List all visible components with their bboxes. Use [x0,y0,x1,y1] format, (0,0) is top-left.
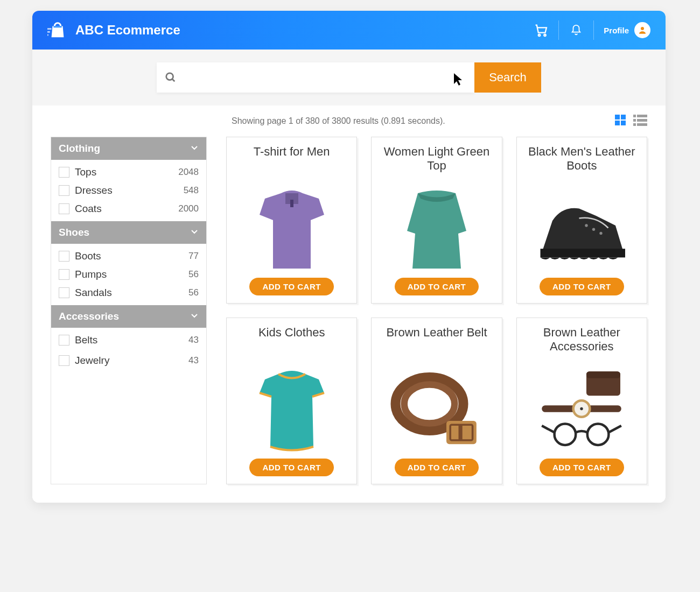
chevron-down-icon [190,311,199,322]
facet-count: 77 [188,251,199,262]
facet-count: 56 [188,269,199,280]
checkbox-icon[interactable] [59,269,69,280]
cart-icon[interactable] [534,23,549,38]
facet-label: Coats [75,203,178,215]
checkbox-icon[interactable] [59,185,69,196]
facet-title: Shoes [59,227,89,238]
svg-point-34 [555,424,576,445]
svg-rect-2 [47,34,48,36]
search-icon [157,72,185,83]
product-image [234,359,349,459]
product-title: Kids Clothes [258,326,325,359]
facet-item[interactable]: Boots77 [51,247,206,265]
svg-point-24 [404,385,455,424]
svg-point-33 [580,407,583,410]
svg-rect-14 [633,119,636,122]
facet-item[interactable]: Sandals56 [51,284,206,302]
add-to-cart-button[interactable]: ADD TO CART [395,278,479,295]
facet-item[interactable]: Tops2048 [51,163,206,181]
svg-rect-9 [621,115,626,119]
chevron-down-icon [190,143,199,154]
svg-point-35 [587,424,609,445]
view-toggle [614,114,647,129]
svg-rect-0 [47,28,52,30]
svg-point-4 [538,34,541,37]
results-bar: Showing page 1 of 380 of 3800 results (0… [51,105,647,137]
add-to-cart-button[interactable]: ADD TO CART [540,278,624,295]
svg-rect-11 [621,121,626,125]
svg-rect-30 [542,405,576,412]
facet-label: Boots [75,250,188,262]
svg-rect-29 [586,371,620,378]
facet-item[interactable]: Pumps56 [51,265,206,284]
facet-item[interactable]: Coats2000 [51,200,206,218]
svg-point-22 [600,232,603,235]
facet-count: 43 [188,335,199,346]
facet-header-accessories[interactable]: Accessories [51,305,206,328]
chevron-down-icon [190,227,199,238]
svg-rect-3 [53,26,61,27]
product-title: Women Light Green Top [379,145,494,178]
search-box [157,62,474,93]
header-separator [558,20,559,40]
profile-label: Profile [604,26,629,35]
brand-logo[interactable]: ABC Ecommerce [47,20,180,40]
svg-point-6 [641,27,644,30]
svg-rect-31 [587,405,621,412]
svg-rect-15 [637,119,647,122]
svg-rect-12 [633,115,636,117]
svg-rect-18 [290,200,293,207]
facet-item[interactable]: Belts43 [51,331,206,349]
product-card[interactable]: Brown Leather Accessories ADD TO CART [516,318,647,484]
svg-point-5 [544,34,547,37]
facet-count: 43 [188,355,199,366]
checkbox-icon[interactable] [59,251,69,262]
svg-rect-8 [615,115,620,119]
search-button[interactable]: Search [474,62,541,93]
list-view-icon[interactable] [633,114,647,129]
product-image [234,178,349,278]
content-area: Showing page 1 of 380 of 3800 results (0… [32,105,666,503]
grid-view-icon[interactable] [614,114,627,129]
svg-point-7 [166,73,173,80]
checkbox-icon[interactable] [59,203,69,214]
facet-count: 56 [188,287,199,298]
app-window: ABC Ecommerce Profile [32,11,666,503]
profile-menu[interactable]: Profile [604,22,650,38]
svg-rect-13 [637,115,647,117]
svg-rect-17 [637,123,647,126]
facet-title: Clothing [59,143,100,154]
facet-count: 2048 [178,167,199,178]
svg-rect-16 [633,123,636,126]
product-card[interactable]: Brown Leather Belt ADD TO CART [371,318,502,484]
product-card[interactable]: T-shirt for Men ADD TO CART [226,137,357,304]
app-header: ABC Ecommerce Profile [32,11,666,50]
brand-name: ABC Ecommerce [75,23,180,38]
product-image [379,178,494,278]
checkbox-icon[interactable] [59,335,69,346]
checkbox-icon[interactable] [59,287,69,298]
product-card[interactable]: Kids Clothes ADD TO CART [226,318,357,484]
product-title: T-shirt for Men [254,145,330,178]
add-to-cart-button[interactable]: ADD TO CART [249,459,334,476]
notifications-icon[interactable] [569,23,584,38]
facet-header-clothing[interactable]: Clothing [51,137,206,160]
product-card[interactable]: Women Light Green Top ADD TO CART [371,137,502,304]
facet-item[interactable]: Jewelry43 [51,349,206,370]
search-bar: Search [32,50,666,105]
facet-label: Tops [75,166,178,178]
add-to-cart-button[interactable]: ADD TO CART [395,459,479,476]
product-image [379,359,494,459]
facet-item[interactable]: Dresses548 [51,181,206,200]
add-to-cart-button[interactable]: ADD TO CART [540,459,624,476]
checkbox-icon[interactable] [59,167,69,178]
header-separator [593,20,594,40]
add-to-cart-button[interactable]: ADD TO CART [249,278,334,295]
facet-count: 2000 [178,203,199,214]
facet-header-shoes[interactable]: Shoes [51,221,206,244]
product-image [524,178,639,278]
checkbox-icon[interactable] [59,355,69,366]
product-card[interactable]: Black Men's Leather Boots ADD TO CART [516,137,647,304]
svg-rect-27 [458,425,462,440]
search-input[interactable] [185,62,474,93]
